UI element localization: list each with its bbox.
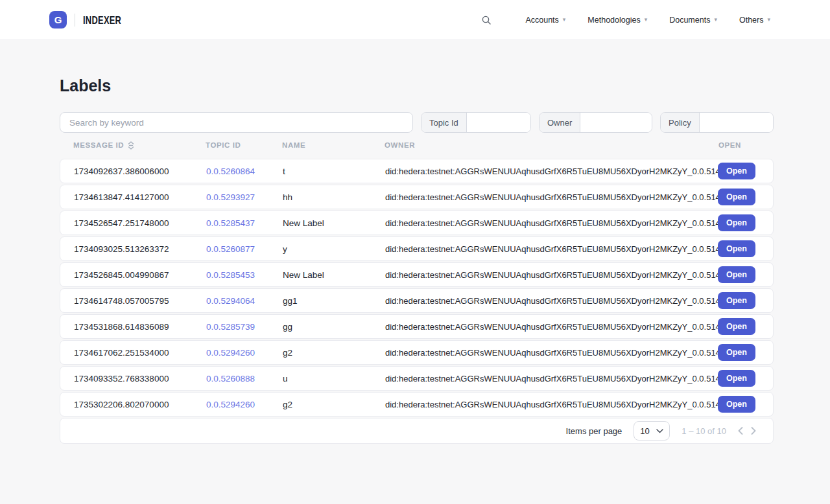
nav-item-label: Accounts: [525, 16, 558, 25]
next-page-icon[interactable]: [751, 427, 756, 435]
name-cell: hh: [283, 192, 385, 202]
open-button[interactable]: Open: [718, 370, 755, 387]
open-cell: Open: [718, 214, 753, 231]
open-button[interactable]: Open: [718, 189, 755, 205]
message-id-cell: 1734531868.614836089: [74, 322, 206, 332]
search-icon[interactable]: [481, 15, 492, 25]
owner-filter-label: Owner: [540, 113, 580, 132]
open-button[interactable]: Open: [718, 344, 755, 361]
chevron-down-icon: ▾: [645, 17, 648, 23]
owner-cell: did:hedera:testnet:AGGRsWENUUAqhusdGrfX6…: [385, 296, 718, 306]
pagination-bar: Items per page 10 1 – 10 of 10: [60, 418, 774, 444]
search-keyword-input[interactable]: [60, 112, 413, 133]
name-cell: gg1: [283, 296, 385, 306]
topic-id-link[interactable]: 0.0.5285739: [206, 322, 283, 332]
topic-id-filter-label: Topic Id: [421, 113, 467, 132]
table-row: 1734614748.057005795 0.0.5294064 gg1 did…: [60, 288, 774, 313]
topic-id-link[interactable]: 0.0.5285453: [206, 270, 283, 280]
topic-id-filter-input[interactable]: [467, 113, 530, 132]
owner-cell: did:hedera:testnet:AGGRsWENUUAqhusdGrfX6…: [385, 218, 718, 228]
message-id-cell: 1734617062.251534000: [74, 348, 206, 358]
topic-id-link[interactable]: 0.0.5294260: [206, 348, 283, 358]
open-cell: Open: [718, 344, 753, 361]
top-navigation: Accounts ▾ Methodologies ▾ Documents ▾ O…: [481, 15, 770, 25]
table-row: 1734093025.513263372 0.0.5260877 y did:h…: [60, 236, 774, 261]
name-cell: New Label: [283, 218, 385, 228]
open-button[interactable]: Open: [718, 318, 755, 335]
message-id-cell: 1734526845.004990867: [74, 270, 206, 280]
open-button[interactable]: Open: [718, 266, 755, 283]
topic-id-link[interactable]: 0.0.5260864: [206, 166, 283, 176]
name-cell: t: [283, 166, 385, 176]
owner-cell: did:hedera:testnet:AGGRsWENUUAqhusdGrfX6…: [385, 348, 718, 358]
pager-arrows: [738, 427, 756, 435]
table-row: 1734092637.386006000 0.0.5260864 t did:h…: [60, 159, 774, 183]
nav-item-label: Methodologies: [587, 16, 640, 25]
sort-icon: [128, 141, 134, 150]
filter-row: Topic Id Owner Policy: [60, 112, 774, 133]
message-id-cell: 1734093025.513263372: [74, 244, 206, 254]
topic-id-link[interactable]: 0.0.5293927: [206, 192, 283, 202]
topic-id-link[interactable]: 0.0.5294260: [206, 400, 283, 409]
main-content: Labels Topic Id Owner Policy MESSAGE ID …: [60, 76, 774, 444]
nav-item-documents[interactable]: Documents ▾: [669, 16, 717, 25]
open-cell: Open: [718, 292, 753, 309]
policy-filter: Policy: [660, 112, 774, 133]
chevron-down-icon: ▾: [714, 17, 717, 23]
page-title: Labels: [60, 76, 774, 95]
brand-logo[interactable]: G INDEXER: [49, 11, 124, 29]
column-header-topic-id: TOPIC ID: [206, 141, 282, 149]
open-button[interactable]: Open: [718, 163, 755, 179]
name-cell: y: [283, 244, 385, 254]
policy-filter-label: Policy: [661, 113, 700, 132]
chevron-down-icon: [656, 429, 663, 433]
message-id-cell: 1734613847.414127000: [74, 192, 206, 202]
name-cell: gg: [283, 322, 385, 332]
chevron-down-icon: ▾: [563, 17, 566, 23]
owner-cell: did:hedera:testnet:AGGRsWENUUAqhusdGrfX6…: [385, 400, 718, 409]
open-button[interactable]: Open: [718, 396, 755, 413]
nav-item-methodologies[interactable]: Methodologies ▾: [587, 16, 647, 25]
brand-name: INDEXER: [83, 14, 121, 26]
owner-cell: did:hedera:testnet:AGGRsWENUUAqhusdGrfX6…: [385, 166, 718, 176]
nav-item-accounts[interactable]: Accounts ▾: [525, 16, 565, 25]
open-cell: Open: [718, 370, 753, 387]
owner-cell: did:hedera:testnet:AGGRsWENUUAqhusdGrfX6…: [385, 270, 718, 280]
open-cell: Open: [718, 266, 753, 283]
nav-item-label: Others: [739, 16, 764, 25]
topic-id-link[interactable]: 0.0.5260888: [206, 374, 283, 384]
table-row: 1734526845.004990867 0.0.5285453 New Lab…: [60, 262, 774, 287]
open-cell: Open: [718, 163, 753, 179]
chevron-down-icon: ▾: [767, 17, 770, 23]
open-button[interactable]: Open: [718, 214, 755, 231]
logo-icon: G: [49, 11, 67, 29]
previous-page-icon[interactable]: [738, 427, 743, 435]
table-row: 1734531868.614836089 0.0.5285739 gg did:…: [60, 314, 774, 339]
open-cell: Open: [718, 396, 753, 413]
topic-id-link[interactable]: 0.0.5260877: [206, 244, 283, 254]
nav-item-others[interactable]: Others ▾: [739, 16, 770, 25]
table-row: 1734617062.251534000 0.0.5294260 g2 did:…: [60, 340, 774, 365]
table-row: 1734093352.768338000 0.0.5260888 u did:h…: [60, 366, 774, 391]
table-row: 1734613847.414127000 0.0.5293927 hh did:…: [60, 185, 774, 209]
open-cell: Open: [718, 318, 753, 335]
message-id-cell: 1734614748.057005795: [74, 296, 206, 306]
page-size-select[interactable]: 10: [634, 421, 670, 441]
table-row: 1734526547.251748000 0.0.5285437 New Lab…: [60, 211, 774, 235]
topic-id-link[interactable]: 0.0.5285437: [206, 218, 283, 228]
owner-cell: did:hedera:testnet:AGGRsWENUUAqhusdGrfX6…: [385, 244, 718, 254]
owner-filter-input[interactable]: [580, 113, 652, 132]
owner-filter: Owner: [539, 112, 652, 133]
column-header-name: NAME: [282, 141, 385, 149]
items-per-page-label: Items per page: [566, 426, 622, 436]
name-cell: g2: [283, 348, 385, 358]
message-id-cell: 1734092637.386006000: [74, 166, 206, 176]
owner-cell: did:hedera:testnet:AGGRsWENUUAqhusdGrfX6…: [385, 322, 718, 332]
name-cell: New Label: [283, 270, 385, 280]
open-button[interactable]: Open: [718, 292, 755, 309]
column-header-message-id[interactable]: MESSAGE ID: [73, 141, 206, 150]
open-button[interactable]: Open: [718, 240, 755, 257]
topic-id-link[interactable]: 0.0.5294064: [206, 296, 283, 306]
policy-filter-input[interactable]: [700, 113, 773, 132]
nav-item-label: Documents: [669, 16, 710, 25]
